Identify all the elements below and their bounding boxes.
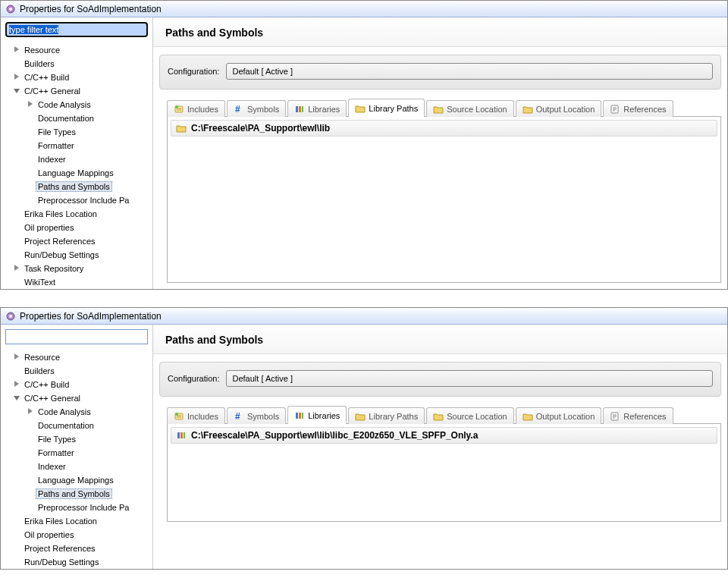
tab-includes[interactable]: Includes xyxy=(167,100,225,117)
tree-item[interactable]: Formatter xyxy=(10,446,152,460)
tab-label: Symbols xyxy=(247,105,279,114)
tab-references[interactable]: References xyxy=(603,407,673,424)
tree-twisty-icon[interactable] xyxy=(13,353,22,362)
tree-item-label: File Types xyxy=(36,127,78,137)
tree-item[interactable]: File Types xyxy=(10,125,152,139)
tab-label: Libraries xyxy=(308,105,340,114)
svg-rect-15 xyxy=(299,413,301,419)
tab-label: Library Paths xyxy=(369,412,418,421)
configuration-label: Configuration: xyxy=(168,67,220,76)
svg-rect-19 xyxy=(180,432,183,438)
tab-label: Symbols xyxy=(247,412,279,421)
tree-item[interactable]: Oil properties xyxy=(10,221,152,234)
tree-item[interactable]: C/C++ General xyxy=(10,84,152,98)
folder-out-icon xyxy=(522,104,533,115)
tree-item[interactable]: Documentation xyxy=(10,419,152,432)
books-icon xyxy=(294,410,305,421)
titlebar[interactable]: Properties for SoAdImplementation xyxy=(1,308,727,325)
tree-item[interactable]: C/C++ General xyxy=(10,391,152,405)
tree-item-label: C/C++ Build xyxy=(22,379,71,390)
tree-item[interactable]: Preprocessor Include Pa xyxy=(10,193,152,207)
tab-label: References xyxy=(623,105,666,114)
tree-item[interactable]: Erika Files Location xyxy=(10,514,152,528)
tree-item[interactable]: Preprocessor Include Pa xyxy=(10,501,152,514)
page-title: Paths and Symbols xyxy=(153,325,727,354)
tab-source-location[interactable]: Source Location xyxy=(426,407,514,424)
svg-point-10 xyxy=(9,315,12,318)
tree-item[interactable]: Oil properties xyxy=(10,528,152,542)
tree-item[interactable]: File Types xyxy=(10,432,152,446)
page-title: Paths and Symbols xyxy=(153,17,727,47)
tree-item[interactable]: Indexer xyxy=(10,460,152,473)
tree-item[interactable]: Builders xyxy=(10,364,152,378)
filter-input[interactable] xyxy=(5,22,148,37)
svg-rect-7 xyxy=(302,106,303,112)
tree-item[interactable]: Resource xyxy=(10,43,152,57)
tree-item[interactable]: Paths and Symbols xyxy=(10,487,152,501)
tree-twisty-icon[interactable] xyxy=(13,73,22,82)
tree-item[interactable]: Project References xyxy=(10,542,152,555)
category-sidebar: ResourceBuildersC/C++ BuildC/C++ General… xyxy=(1,325,152,569)
tree-item[interactable]: Paths and Symbols xyxy=(10,180,152,193)
tree-item[interactable]: C/C++ Build xyxy=(10,71,152,84)
tree-item[interactable]: Project References xyxy=(10,234,152,248)
tree-item-label: Resource xyxy=(22,352,62,363)
tree-item[interactable]: Formatter xyxy=(10,139,152,152)
tree-twisty-icon[interactable] xyxy=(27,407,36,416)
tree-item[interactable]: Language Mappings xyxy=(10,166,152,180)
tree-twisty-icon[interactable] xyxy=(13,380,22,389)
tree-item[interactable]: Resource xyxy=(10,350,152,364)
tab-label: Library Paths xyxy=(369,104,418,113)
list-item[interactable]: C:\Freescale\PA_Support\ewl\lib xyxy=(171,120,717,137)
tree-item-label: C/C++ General xyxy=(22,393,83,404)
tree-item[interactable]: Documentation xyxy=(10,111,152,125)
tree-twisty-icon[interactable] xyxy=(13,394,22,403)
svg-rect-5 xyxy=(296,106,298,112)
list-item[interactable]: C:\Freescale\PA_Support\ewl\lib\libc_E20… xyxy=(171,427,717,444)
tree-item[interactable]: Builders xyxy=(10,57,152,71)
tree-item-label: Documentation xyxy=(36,420,96,431)
tree-item[interactable]: WikiText xyxy=(10,275,152,289)
tab-library-paths[interactable]: Library Paths xyxy=(348,407,425,424)
tree-item[interactable]: Task Repository xyxy=(10,262,152,275)
tree-item-label: Project References xyxy=(22,543,98,554)
tree-twisty-icon[interactable] xyxy=(13,264,22,273)
tab-source-location[interactable]: Source Location xyxy=(426,100,514,117)
svg-point-12 xyxy=(175,413,178,416)
tree-item-label: Builders xyxy=(22,58,57,69)
tree-twisty-icon[interactable] xyxy=(13,46,22,55)
tab-references[interactable]: References xyxy=(603,100,673,117)
configuration-dropdown[interactable]: Default [ Active ] xyxy=(226,63,714,80)
tree-item[interactable]: Run/Debug Settings xyxy=(10,248,152,262)
configuration-dropdown[interactable]: Default [ Active ] xyxy=(226,370,714,387)
tree-item-label: Code Analysis xyxy=(36,99,93,110)
titlebar[interactable]: Properties for SoAdImplementation xyxy=(1,1,727,17)
category-tree: ResourceBuildersC/C++ BuildC/C++ General… xyxy=(5,347,152,569)
configuration-selected: Default [ Active ] xyxy=(233,374,293,383)
configuration-selected: Default [ Active ] xyxy=(233,67,293,76)
tab-output-location[interactable]: Output Location xyxy=(516,100,602,117)
tab-symbols[interactable]: #Symbols xyxy=(227,407,286,424)
tree-twisty-icon[interactable] xyxy=(27,100,36,109)
main-panel: Paths and SymbolsConfiguration:Default [… xyxy=(152,325,727,569)
category-sidebar: ResourceBuildersC/C++ BuildC/C++ General… xyxy=(1,17,152,289)
tab-library-paths[interactable]: Library Paths xyxy=(348,99,425,117)
tree-item[interactable]: C/C++ Build xyxy=(10,378,152,391)
tab-label: References xyxy=(623,412,666,421)
tab-output-location[interactable]: Output Location xyxy=(516,407,602,424)
tree-item[interactable]: Code Analysis xyxy=(10,98,152,111)
tree-twisty-icon[interactable] xyxy=(13,86,22,96)
tree-item[interactable]: Erika Files Location xyxy=(10,207,152,221)
tree-item[interactable]: Code Analysis xyxy=(10,405,152,419)
list-item-text: C:\Freescale\PA_Support\ewl\lib\libc_E20… xyxy=(191,430,478,441)
tab-includes[interactable]: Includes xyxy=(167,407,225,424)
tree-item-label: Oil properties xyxy=(22,222,76,233)
tab-symbols[interactable]: #Symbols xyxy=(227,100,286,117)
folder-out-icon xyxy=(522,411,533,422)
tab-libraries[interactable]: Libraries xyxy=(287,100,347,117)
tree-item[interactable]: Run/Debug Settings xyxy=(10,555,152,569)
tree-item[interactable]: Indexer xyxy=(10,152,152,166)
tree-item[interactable]: Language Mappings xyxy=(10,473,152,487)
tab-libraries[interactable]: Libraries xyxy=(287,406,347,424)
filter-input[interactable] xyxy=(5,329,148,344)
